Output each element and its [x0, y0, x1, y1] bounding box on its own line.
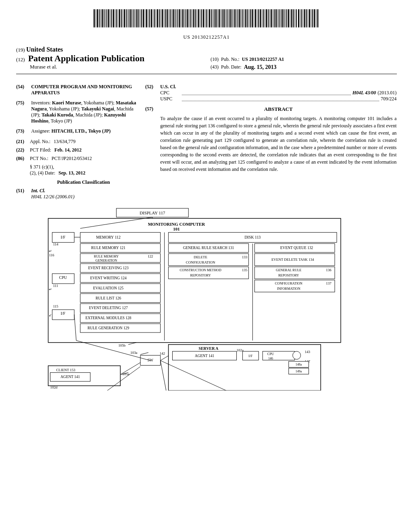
- svg-rect-101: [254, 9, 254, 27]
- svg-rect-88: [233, 9, 234, 27]
- svg-rect-44: [164, 9, 164, 27]
- if2-bracket: ↙: [49, 313, 52, 317]
- svg-rect-89: [234, 9, 236, 27]
- svg-rect-118: [280, 9, 281, 27]
- svg-rect-125: [291, 9, 292, 27]
- num-102b: 102b: [244, 390, 252, 391]
- svg-rect-41: [159, 9, 160, 27]
- svg-rect-0: [94, 9, 95, 27]
- assignee-section: (73) Assignee: HITACHI, LTD., Tokyo (JP): [16, 128, 137, 135]
- svg-rect-109: [266, 9, 267, 27]
- pub-date-value: Aug. 15, 2013: [244, 64, 277, 71]
- svg-rect-40: [157, 9, 158, 27]
- svg-line-193: [76, 341, 150, 361]
- svg-rect-34: [148, 9, 148, 27]
- svg-rect-119: [282, 9, 283, 27]
- svg-rect-136: [309, 9, 310, 27]
- num-149a: 149a: [296, 370, 302, 373]
- event-delete-task-label: EVENT DELETE TASK 134: [271, 258, 314, 262]
- appl-content: Appl. No.: 13/634,779: [30, 139, 136, 145]
- abstract-num: (57): [145, 106, 159, 112]
- delete-config-num: 133: [242, 255, 248, 259]
- svg-rect-96: [245, 9, 246, 27]
- svg-rect-104: [258, 9, 259, 27]
- rule-mem-gen-label2: GENERATION: [96, 258, 117, 262]
- int-cl-val: H04L 12/26 (2006.01): [31, 194, 137, 200]
- svg-rect-57: [184, 9, 185, 27]
- svg-rect-25: [133, 9, 134, 27]
- cpu-146-num: 146: [268, 357, 273, 360]
- appl-section: (21) Appl. No.: 13/634,779: [16, 139, 137, 145]
- left-column: (54) COMPUTER PROGRAM AND MONITORING APP…: [16, 84, 137, 202]
- svg-rect-45: [165, 9, 166, 27]
- agent-141-label: AGENT 141: [195, 354, 215, 358]
- svg-rect-128: [296, 9, 297, 27]
- config-info-label1: CONFIGURATION: [275, 281, 302, 285]
- s371-date: Sep. 13, 2012: [58, 170, 86, 176]
- svg-rect-56: [182, 9, 184, 27]
- svg-rect-87: [232, 9, 232, 27]
- svg-rect-67: [200, 9, 200, 27]
- svg-rect-124: [290, 9, 290, 27]
- svg-rect-94: [242, 9, 243, 27]
- cpu-num: 111: [53, 284, 58, 288]
- svg-rect-32: [145, 9, 145, 27]
- svg-rect-58: [186, 9, 186, 27]
- int-cl-content: Int. Cl. H04L 12/26 (2006.01): [31, 188, 137, 200]
- uspc-row: USPC 709/224: [160, 96, 396, 102]
- svg-rect-19: [124, 9, 125, 27]
- rule-list-label: RULE LIST 126: [96, 296, 121, 300]
- svg-rect-39: [156, 9, 156, 27]
- pub-no-label: Pub. No.:: [221, 56, 240, 62]
- svg-rect-61: [190, 9, 191, 27]
- abstract-text: To analyze the cause if an event occurre…: [160, 115, 396, 173]
- rule-mem-gen-label: RULE MEMORY: [94, 254, 119, 258]
- svg-rect-35: [149, 9, 150, 27]
- abstract-content: ABSTRACT To analyze the cause if an even…: [160, 106, 396, 173]
- cpc-label: CPC: [160, 90, 180, 96]
- event-writing-label: EVENT WRITING 124: [90, 276, 126, 280]
- us-cl-num: (52): [145, 84, 159, 90]
- svg-rect-37: [153, 9, 153, 27]
- memory-label: MEMORY 112: [96, 235, 121, 239]
- inventors-content: Inventors: Kaori Murase, Yokohama (JP); …: [31, 100, 137, 124]
- pub-no-num: (10): [211, 56, 219, 62]
- num-143: 143: [305, 350, 310, 354]
- svg-rect-126: [293, 9, 294, 27]
- pub-date-num: (43): [211, 64, 219, 71]
- svg-rect-141: [317, 9, 318, 27]
- svg-rect-54: [179, 9, 180, 27]
- monitoring-computer-num: 101: [173, 227, 179, 231]
- client-label: CLIENT 153: [56, 368, 75, 372]
- svg-rect-62: [192, 9, 192, 27]
- svg-rect-6: [104, 9, 104, 27]
- svg-rect-15: [118, 9, 118, 27]
- pct-no-section: (86) PCT No.: PCT/JP2012/053412: [16, 156, 137, 162]
- cpu-label: CPU: [59, 275, 67, 280]
- pct-no-content: PCT No.: PCT/JP2012/053412: [30, 156, 136, 162]
- title-content: COMPUTER PROGRAM AND MONITORING APPARATU…: [31, 84, 137, 96]
- svg-rect-14: [116, 9, 117, 27]
- bracket-116: ↵: [49, 249, 52, 253]
- if2-label: I/F: [60, 311, 65, 316]
- rule-mem-gen-num: 122: [148, 254, 153, 258]
- num-116: 116: [49, 253, 54, 257]
- svg-rect-63: [193, 9, 194, 27]
- svg-rect-43: [162, 9, 163, 27]
- svg-rect-113: [273, 9, 273, 27]
- if3-label: I/F: [248, 354, 252, 358]
- uspc-label: USPC: [160, 96, 180, 102]
- right-column: (52) U.S. Cl. CPC H04L 43/00 (2013.01) U…: [145, 84, 397, 202]
- diagram-area: DISPLAY 117 MONITORING COMPUTER 101 I/F …: [0, 202, 413, 396]
- svg-rect-99: [250, 9, 251, 27]
- svg-rect-31: [143, 9, 144, 27]
- svg-rect-53: [177, 9, 178, 27]
- svg-rect-29: [140, 9, 140, 27]
- svg-rect-66: [198, 9, 199, 27]
- pct-no-num: (86): [16, 156, 30, 162]
- construction-method-num: 135: [242, 268, 248, 272]
- pct-filed-content: PCT Filed: Feb. 14, 2012: [30, 147, 136, 153]
- svg-rect-33: [146, 9, 147, 27]
- cpu-146-label: CPU: [267, 352, 274, 356]
- svg-rect-11: [111, 9, 112, 27]
